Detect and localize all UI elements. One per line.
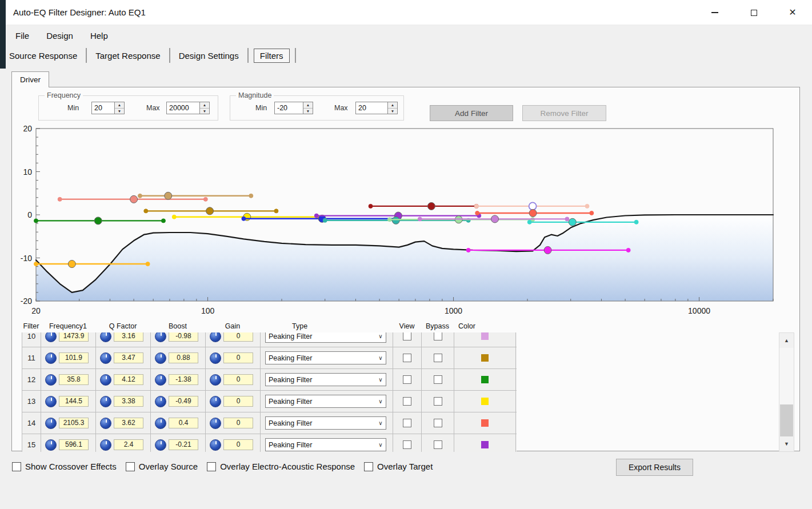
minimize-button[interactable] — [695, 0, 734, 25]
scroll-up-icon[interactable]: ▲ — [779, 333, 794, 348]
gain-value[interactable]: 0 — [223, 418, 253, 428]
frequency-value[interactable]: 144.5 — [59, 396, 89, 407]
filter-bandwidth-endpoint[interactable] — [34, 262, 38, 266]
gain-value[interactable]: 0 — [223, 332, 253, 342]
filter-color-chip[interactable] — [481, 398, 489, 405]
knob-icon[interactable] — [100, 352, 111, 364]
filter-bandwidth-endpoint[interactable] — [58, 197, 62, 201]
filter-handle[interactable] — [165, 192, 172, 199]
filter-color-chip[interactable] — [481, 354, 489, 362]
filter-bandwidth-endpoint[interactable] — [144, 209, 148, 213]
gain-value[interactable]: 0 — [223, 374, 253, 385]
knob-icon[interactable] — [210, 418, 221, 429]
filter-bandwidth-endpoint[interactable] — [387, 218, 391, 222]
frequency-value[interactable]: 35.8 — [59, 374, 89, 385]
spinner-down-icon[interactable]: ▼ — [388, 109, 397, 114]
frequency-value[interactable]: 596.1 — [59, 439, 89, 450]
frequency-value[interactable]: 2105.3 — [59, 418, 89, 428]
spinner-up-icon[interactable]: ▲ — [388, 102, 397, 109]
add-filter-button[interactable]: Add Filter — [430, 105, 513, 121]
knob-icon[interactable] — [45, 439, 57, 451]
filter-bandwidth-endpoint[interactable] — [242, 217, 246, 221]
magnitude-min-value[interactable]: -20 — [275, 102, 303, 114]
q-factor-value[interactable]: 4.12 — [114, 374, 143, 385]
spinner-up-icon[interactable]: ▲ — [200, 102, 209, 109]
filter-handle[interactable] — [206, 207, 214, 215]
q-factor-value[interactable]: 3.16 — [114, 332, 143, 342]
filter-bandwidth-endpoint[interactable] — [203, 197, 207, 201]
checkbox-icon[interactable] — [126, 462, 135, 471]
overlay-target-checkbox[interactable]: Overlay Target — [364, 462, 433, 471]
filter-bandwidth-endpoint[interactable] — [146, 262, 150, 266]
gain-value[interactable]: 0 — [223, 439, 253, 450]
bypass-checkbox[interactable] — [434, 397, 442, 406]
filter-type-dropdown[interactable]: Peaking Filter ∨ — [265, 373, 386, 386]
bypass-checkbox[interactable] — [434, 440, 442, 449]
knob-icon[interactable] — [100, 332, 111, 342]
view-checkbox[interactable] — [403, 354, 411, 362]
knob-icon[interactable] — [45, 352, 57, 364]
knob-icon[interactable] — [155, 374, 166, 386]
knob-icon[interactable] — [100, 439, 111, 451]
spinner-up-icon[interactable]: ▲ — [303, 102, 313, 109]
knob-icon[interactable] — [155, 396, 166, 407]
filter-bandwidth-endpoint[interactable] — [314, 214, 318, 218]
frequency-min-value[interactable]: 20 — [92, 102, 114, 114]
q-factor-value[interactable]: 2.4 — [114, 439, 143, 450]
overlay-source-checkbox[interactable]: Overlay Source — [126, 462, 198, 471]
show-crossover-effects-checkbox[interactable]: Show Crossover Effects — [12, 462, 117, 471]
tab-target-response[interactable]: Target Response — [87, 51, 168, 61]
knob-icon[interactable] — [100, 418, 111, 429]
filter-handle[interactable] — [569, 218, 576, 226]
q-factor-value[interactable]: 3.62 — [114, 418, 143, 428]
knob-icon[interactable] — [210, 332, 221, 342]
frequency-max-value[interactable]: 20000 — [167, 102, 199, 114]
close-button[interactable]: ✕ — [773, 0, 812, 25]
knob-icon[interactable] — [155, 439, 166, 451]
filter-bandwidth-endpoint[interactable] — [369, 204, 373, 208]
spinner-up-icon[interactable]: ▲ — [115, 102, 124, 109]
checkbox-icon[interactable] — [364, 462, 373, 471]
gain-value[interactable]: 0 — [223, 352, 253, 363]
export-results-button[interactable]: Export Results — [616, 459, 693, 476]
filter-bandwidth-endpoint[interactable] — [527, 220, 531, 224]
frequency-value[interactable]: 101.9 — [59, 352, 89, 363]
spinner-down-icon[interactable]: ▼ — [303, 109, 313, 114]
bypass-checkbox[interactable] — [434, 419, 442, 427]
filter-type-dropdown[interactable]: Peaking Filter ∨ — [265, 351, 386, 364]
magnitude-max-value[interactable]: 20 — [356, 102, 387, 114]
boost-value[interactable]: -0.98 — [169, 332, 198, 342]
checkbox-icon[interactable] — [12, 462, 21, 471]
boost-value[interactable]: -1.38 — [169, 374, 198, 385]
boost-value[interactable]: 0.88 — [169, 352, 198, 363]
knob-icon[interactable] — [45, 374, 57, 386]
scrollbar-thumb[interactable] — [780, 404, 793, 436]
overlay-electro-acoustic-checkbox[interactable]: Overlay Electro-Acoustic Response — [207, 462, 355, 471]
filter-bandwidth-endpoint[interactable] — [249, 194, 253, 198]
frequency-max-spinner[interactable]: 20000 ▲▼ — [166, 102, 210, 114]
filter-type-dropdown[interactable]: Peaking Filter ∨ — [265, 416, 386, 430]
knob-icon[interactable] — [45, 332, 57, 342]
filter-color-chip[interactable] — [481, 332, 489, 340]
filter-handle[interactable] — [529, 202, 537, 210]
filter-type-dropdown[interactable]: Peaking Filter ∨ — [265, 395, 386, 408]
filter-color-chip[interactable] — [481, 376, 489, 383]
tab-driver[interactable]: Driver — [11, 71, 49, 87]
filter-handle[interactable] — [94, 217, 102, 225]
eq-chart-svg[interactable]: 2010010001000020100-10-20 — [17, 123, 780, 317]
filter-bandwidth-endpoint[interactable] — [34, 219, 38, 223]
knob-icon[interactable] — [210, 439, 221, 451]
filter-bandwidth-endpoint[interactable] — [323, 218, 327, 222]
filter-color-chip[interactable] — [481, 419, 489, 427]
gain-value[interactable]: 0 — [223, 396, 253, 407]
filter-handle[interactable] — [491, 215, 498, 223]
bypass-checkbox[interactable] — [434, 375, 442, 384]
filter-bandwidth-endpoint[interactable] — [466, 248, 470, 252]
q-factor-value[interactable]: 3.38 — [114, 396, 143, 407]
frequency-value[interactable]: 1473.9 — [59, 332, 89, 342]
filter-handle[interactable] — [427, 202, 435, 210]
menu-design[interactable]: Design — [38, 31, 82, 41]
tab-filters[interactable]: Filters — [254, 49, 290, 63]
filter-bandwidth-endpoint[interactable] — [565, 217, 569, 221]
view-checkbox[interactable] — [403, 375, 411, 384]
